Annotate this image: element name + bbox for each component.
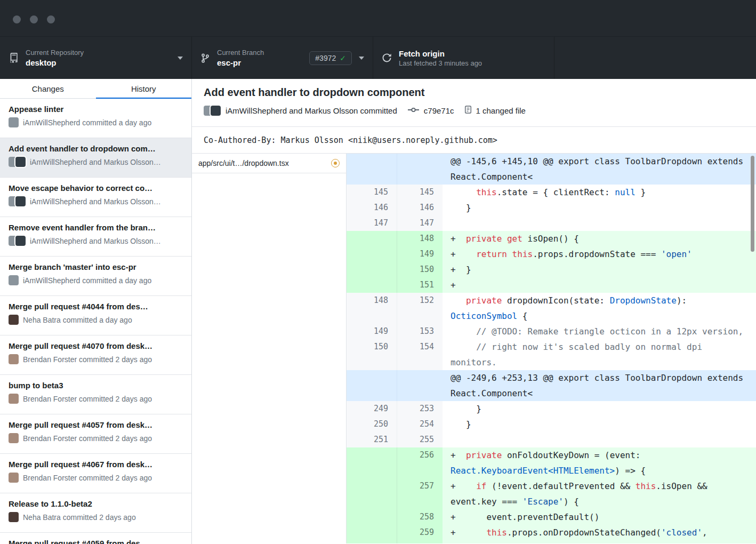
changed-files-count: 1 changed file (476, 106, 526, 115)
commit-item-avatars (9, 473, 19, 483)
commit-list-item[interactable]: Appease linteriAmWillShepherd committed … (0, 99, 191, 138)
tab-changes[interactable]: Changes (0, 79, 96, 98)
repo-switcher-button[interactable]: Current Repository desktop (0, 37, 192, 79)
sidebar-tabs: Changes History (0, 79, 191, 99)
commit-authors: iAmWillShepherd and Markus Olsson commit… (226, 106, 397, 115)
commit-item-meta: Brendan Forster committed 2 days ago (9, 354, 183, 364)
commit-item-meta: iAmWillShepherd and Markus Olsson… (9, 236, 183, 246)
commit-item-meta: Neha Batra committed a day ago (9, 315, 183, 325)
commit-item-meta: iAmWillShepherd and Markus Olsson… (9, 196, 183, 206)
old-line-number (347, 525, 397, 543)
titlebar (0, 0, 756, 36)
new-line-number: 151 (397, 277, 443, 293)
commit-item-meta: Neha Batra committed 2 days ago (9, 512, 183, 522)
old-line-number: 250 (347, 417, 397, 432)
commit-sha-group: c79e71c (407, 106, 454, 116)
commit-list-item[interactable]: bump to beta3Brendan Forster committed 2… (0, 375, 191, 414)
code-line: @@ -249,6 +253,13 @@ export class Toolba… (443, 370, 756, 401)
commit-item-title: Remove event handler from the bran… (9, 223, 183, 232)
code-line: } (443, 401, 756, 417)
commit-item-meta: Brendan Forster committed 2 days ago (9, 433, 183, 443)
diff-line-row: 147147 (347, 215, 756, 231)
code-line (443, 215, 756, 231)
avatar (9, 315, 19, 325)
new-line-number: 256 (397, 447, 443, 478)
commit-list-item[interactable]: Move escape behavior to correct co…iAmWi… (0, 178, 191, 217)
chevron-down-icon (359, 57, 364, 60)
commit-list-item[interactable]: Release to 1.1.0-beta2Neha Batra committ… (0, 493, 191, 533)
commit-list-item[interactable]: Merge pull request #4070 from desk…Brend… (0, 335, 191, 375)
old-line-number (347, 509, 397, 525)
commit-item-avatars (9, 315, 19, 325)
commit-item-meta: Brendan Forster committed 2 days ago (9, 473, 183, 483)
commit-item-avatars (9, 433, 19, 443)
commit-item-title: Move escape behavior to correct co… (9, 183, 183, 193)
sidebar: Changes History Appease linteriAmWillShe… (0, 79, 192, 544)
new-line-number: 154 (397, 339, 443, 370)
code-line: + if (!event.defaultPrevented && this.is… (443, 478, 756, 509)
code-line: @@ -145,6 +145,10 @@ export class Toolba… (443, 154, 756, 185)
diff-line-row: 148+ private get isOpen() { (347, 231, 756, 246)
old-line-number (347, 478, 397, 509)
commit-list-item[interactable]: Remove event handler from the bran…iAmWi… (0, 217, 191, 257)
repo-switcher-text: Current Repository desktop (26, 49, 84, 67)
old-line-number: 147 (347, 215, 397, 231)
diff-line-row: 250254 } (347, 417, 756, 432)
commit-item-byline: Neha Batra committed 2 days ago (23, 513, 136, 522)
commit-list-item[interactable]: Merge pull request #4067 from desk…Brend… (0, 454, 191, 493)
check-icon: ✓ (340, 54, 346, 62)
code-line: private dropdownIcon(state: DropdownStat… (443, 293, 756, 324)
diff-line-row: 149153 // @TODO: Remake triangle octicon… (347, 324, 756, 339)
commit-list-item[interactable]: Merge pull request #4059 from des… (0, 533, 191, 544)
old-line-number: 251 (347, 432, 397, 447)
diff-body: @@ -145,6 +145,10 @@ export class Toolba… (347, 154, 756, 543)
avatar (9, 433, 19, 443)
tab-history[interactable]: History (96, 79, 192, 98)
window-controls (13, 15, 55, 23)
commit-sha: c79e71c (424, 106, 454, 115)
avatar (9, 275, 19, 285)
changed-files-group: 1 changed file (464, 105, 526, 116)
diff-line-row: 257+ if (!event.defaultPrevented && this… (347, 478, 756, 509)
commit-item-title: Merge pull request #4057 from desk… (9, 420, 183, 429)
old-line-number (347, 370, 397, 401)
old-line-number (347, 277, 397, 293)
diff-line-row: 150154 // right now it's scaled badly on… (347, 339, 756, 370)
new-line-number: 150 (397, 262, 443, 277)
commit-icon (407, 106, 420, 116)
branch-icon (200, 53, 210, 63)
diff-line-row: 150+ } (347, 262, 756, 277)
diff-line-row: 149+ return this.props.dropdownState ===… (347, 246, 756, 262)
commit-list-item[interactable]: Merge pull request #4057 from desk…Brend… (0, 414, 191, 454)
code-line: + event.preventDefault() (443, 509, 756, 525)
diff-line-row: 151+ (347, 277, 756, 293)
commit-item-byline: Brendan Forster committed 2 days ago (23, 355, 152, 364)
commit-list-item[interactable]: Add event handler to dropdown com…iAmWil… (0, 138, 191, 178)
new-line-number: 147 (397, 215, 443, 231)
branch-switcher-button[interactable]: Current Branch esc-pr #3972 ✓ (192, 37, 373, 79)
commit-avatars (204, 106, 221, 116)
commit-list-item[interactable]: Merge pull request #4044 from des…Neha B… (0, 296, 191, 335)
fetch-origin-button[interactable]: Fetch origin Last fetched 3 minutes ago (373, 37, 554, 79)
avatar (9, 354, 19, 364)
old-line-number (347, 447, 397, 478)
minimize-button[interactable] (30, 15, 38, 23)
branch-name: esc-pr (217, 58, 264, 67)
old-line-number: 146 (347, 200, 397, 215)
commit-item-byline: Brendan Forster committed 2 days ago (23, 434, 152, 443)
commit-item-avatars (9, 157, 26, 167)
close-button[interactable] (13, 15, 21, 23)
file-list-item[interactable]: app/src/ui/t…/dropdown.tsx (192, 154, 346, 173)
new-line-number: 148 (397, 231, 443, 246)
diff-line-row: 256+ private onFoldoutKeyDown = (event: … (347, 447, 756, 478)
diff-scrollbar-thumb[interactable] (751, 156, 754, 252)
commit-item-byline: Neha Batra committed a day ago (23, 316, 132, 324)
zoom-button[interactable] (47, 15, 55, 23)
code-line: + return this.props.dropdownState === 'o… (443, 246, 756, 262)
diff-line-row: 258+ event.preventDefault() (347, 509, 756, 525)
diff-line-row: 146146 } (347, 200, 756, 215)
commit-list-item[interactable]: Merge branch 'master' into esc-priAmWill… (0, 257, 191, 296)
diff-line-row: 148152 private dropdownIcon(state: Dropd… (347, 293, 756, 324)
avatar (15, 236, 26, 246)
commit-item-byline: iAmWillShepherd committed a day ago (23, 276, 151, 285)
